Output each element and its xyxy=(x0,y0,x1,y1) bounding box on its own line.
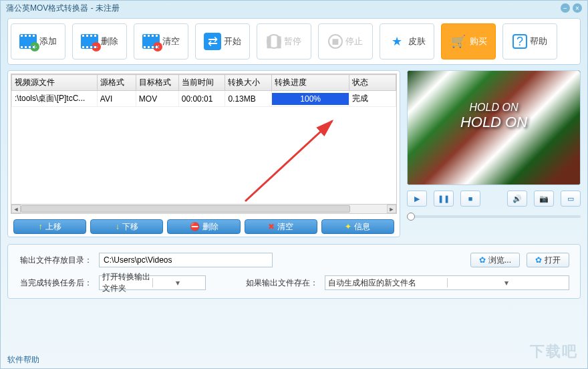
play-icon: ▶ xyxy=(414,195,420,203)
buy-button[interactable]: 🛒 购买 xyxy=(441,23,496,59)
cell-src-format: AVI xyxy=(97,91,136,107)
cell-time: 00:00:01 xyxy=(178,91,225,107)
fullscreen-button[interactable]: ▭ xyxy=(561,191,581,207)
scroll-left-icon[interactable]: ◄ xyxy=(11,205,21,213)
aperture-icon: ✿ xyxy=(479,255,486,265)
clear-button[interactable]: × 清空 xyxy=(134,23,188,59)
play-button[interactable]: ▶ xyxy=(407,191,427,207)
list-delete-button[interactable]: ⛔删除 xyxy=(167,219,240,234)
skin-label: 皮肤 xyxy=(408,35,426,47)
pause-icon: ❚❚ xyxy=(438,195,450,203)
start-button[interactable]: ⇄ 开始 xyxy=(195,23,250,59)
start-label: 开始 xyxy=(224,35,241,47)
film-delete-icon: − xyxy=(81,33,98,50)
skin-button[interactable]: ★ 皮肤 xyxy=(380,23,434,59)
stop-button[interactable]: ■ 停止 xyxy=(318,23,373,59)
star-icon: ★ xyxy=(388,33,406,50)
output-dir-input[interactable] xyxy=(99,253,273,267)
preview-overlay-text: HOLD ON HOLD ON xyxy=(460,102,527,131)
after-convert-label: 当完成转换任务后： xyxy=(19,277,92,289)
col-status[interactable]: 状态 xyxy=(349,75,396,91)
player-pause-button[interactable]: ❚❚ xyxy=(434,191,454,207)
scroll-thumb[interactable] xyxy=(21,205,350,213)
after-convert-select[interactable]: 打开转换输出文件夹▾ xyxy=(99,275,206,290)
stop-icon: ■ xyxy=(468,195,473,203)
file-table: 视频源文件 源格式 目标格式 当前时间 转换大小 转换进度 状态 :\tools… xyxy=(11,74,397,214)
volume-button[interactable]: 🔊 xyxy=(507,191,527,207)
titlebar: 蒲公英MOV格式转换器 - 未注册 − × xyxy=(1,1,587,15)
file-list-panel: 视频源文件 源格式 目标格式 当前时间 转换大小 转换进度 状态 :\tools… xyxy=(7,70,400,237)
svg-line-0 xyxy=(245,121,332,201)
output-dir-label: 输出文件存放目录： xyxy=(19,255,92,266)
chevron-down-icon: ▾ xyxy=(152,278,203,287)
move-down-button[interactable]: ↓下移 xyxy=(90,219,163,234)
stop-label: 停止 xyxy=(345,35,363,47)
col-progress[interactable]: 转换进度 xyxy=(272,75,349,91)
scroll-right-icon[interactable]: ► xyxy=(387,205,396,213)
help-label: 帮助 xyxy=(530,35,547,47)
cell-source: :\tools\桌面\[P]tcC... xyxy=(12,91,98,107)
window-title: 蒲公英MOV格式转换器 - 未注册 xyxy=(6,3,120,14)
delete-label: 删除 xyxy=(101,35,118,47)
gear-icon: ✿ xyxy=(535,255,542,265)
move-up-button[interactable]: ↑上移 xyxy=(13,219,86,234)
stop-icon: ■ xyxy=(328,34,343,49)
down-arrow-icon: ↓ xyxy=(116,222,120,231)
main-toolbar: + 添加 − 删除 × 清空 ⇄ 开始 ❚❚ 暂停 ■ 停止 ★ 皮肤 🛒 购 xyxy=(7,18,581,65)
cell-dst-format: MOV xyxy=(136,91,178,107)
clear-label: 清空 xyxy=(162,35,180,47)
open-folder-button[interactable]: ✿打开 xyxy=(527,253,569,267)
pause-icon: ❚❚ xyxy=(267,34,281,49)
info-button[interactable]: ✦信息 xyxy=(321,219,394,234)
x-circle-icon: ✖ xyxy=(268,222,275,231)
up-arrow-icon: ↑ xyxy=(39,222,43,231)
file-exists-label: 如果输出文件存在： xyxy=(246,277,318,289)
col-dst-format[interactable]: 目标格式 xyxy=(136,75,178,91)
table-header-row: 视频源文件 源格式 目标格式 当前时间 转换大小 转换进度 状态 xyxy=(12,75,396,91)
cell-progress: 100% xyxy=(272,91,349,107)
fullscreen-icon: ▭ xyxy=(567,195,574,203)
video-preview: HOLD ON HOLD ON xyxy=(407,70,581,185)
help-button[interactable]: ? 帮助 xyxy=(502,23,557,59)
help-icon: ? xyxy=(512,34,527,49)
pause-button[interactable]: ❚❚ 暂停 xyxy=(257,23,311,59)
browse-button[interactable]: ✿浏览... xyxy=(470,253,520,267)
file-exists-select[interactable]: 自动生成相应的新文件名▾ xyxy=(325,275,569,290)
add-label: 添加 xyxy=(39,35,57,47)
list-clear-button[interactable]: ✖清空 xyxy=(245,219,317,234)
speaker-icon: 🔊 xyxy=(512,195,522,203)
player-controls: ▶ ❚❚ ■ 🔊 📷 ▭ xyxy=(407,191,581,207)
convert-icon: ⇄ xyxy=(204,33,221,50)
add-button[interactable]: + 添加 xyxy=(11,23,65,59)
cart-icon: 🛒 xyxy=(450,33,467,50)
player-stop-button[interactable]: ■ xyxy=(460,191,480,207)
table-row[interactable]: :\tools\桌面\[P]tcC... AVI MOV 00:00:01 0.… xyxy=(12,91,396,107)
watermark: 下载吧 xyxy=(530,342,578,362)
red-arrow-annotation xyxy=(239,114,345,208)
cell-status: 完成 xyxy=(349,91,396,107)
snapshot-button[interactable]: 📷 xyxy=(534,191,554,207)
slider-thumb[interactable] xyxy=(407,213,415,221)
close-button[interactable]: × xyxy=(573,3,582,13)
info-icon: ✦ xyxy=(345,222,351,231)
horizontal-scrollbar[interactable]: ◄ ► xyxy=(11,204,396,213)
pause-label: 暂停 xyxy=(284,35,301,47)
list-actions: ↑上移 ↓下移 ⛔删除 ✖清空 ✦信息 xyxy=(11,219,397,234)
delete-button[interactable]: − 删除 xyxy=(72,23,127,59)
chevron-down-icon: ▾ xyxy=(447,278,567,287)
film-add-icon: + xyxy=(19,33,37,50)
minus-circle-icon: ⛔ xyxy=(190,222,200,231)
minimize-button[interactable]: − xyxy=(561,3,570,13)
col-src-format[interactable]: 源格式 xyxy=(97,75,136,91)
col-size[interactable]: 转换大小 xyxy=(225,75,272,91)
software-help-link[interactable]: 软件帮助 xyxy=(7,354,39,366)
output-settings-panel: 输出文件存放目录： ✿浏览... ✿打开 当完成转换任务后： 打开转换输出文件夹… xyxy=(7,244,581,299)
camera-icon: 📷 xyxy=(539,195,549,203)
buy-label: 购买 xyxy=(470,35,487,47)
film-clear-icon: × xyxy=(142,33,160,50)
col-source[interactable]: 视频源文件 xyxy=(12,75,98,91)
cell-size: 0.13MB xyxy=(225,91,272,107)
col-time[interactable]: 当前时间 xyxy=(178,75,225,91)
seek-slider[interactable] xyxy=(407,212,581,221)
